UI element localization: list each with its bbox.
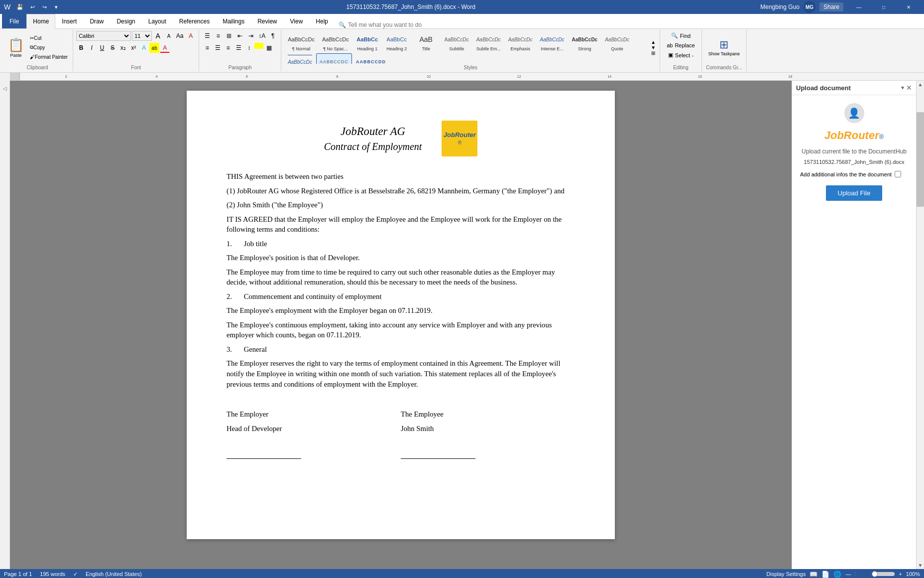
line-spacing-button[interactable]: ↕ (244, 43, 254, 53)
multilevel-list-button[interactable]: ⊞ (224, 31, 234, 41)
zoom-decrease[interactable]: — (845, 571, 851, 577)
zoom-slider-thumb[interactable] (872, 571, 878, 577)
style-subtle-em[interactable]: AaBbCcDc Subtle Em... (473, 31, 504, 53)
web-layout-icon[interactable]: 🌐 (833, 571, 841, 578)
bullets-button[interactable]: ☰ (202, 31, 212, 41)
style-quote[interactable]: AaBbCcDc Quote (601, 31, 633, 53)
tab-layout[interactable]: Layout (142, 13, 173, 28)
style-title[interactable]: AaB Title (412, 31, 441, 53)
format-painter-button[interactable]: 🖌 Format Painter (28, 52, 70, 61)
language[interactable]: English (United States) (86, 571, 142, 578)
subscript-button[interactable]: x₂ (118, 43, 128, 53)
paste-button[interactable]: 📋 Paste (5, 33, 27, 61)
document-area[interactable]: JobRouter AG Contract of Employment JobR… (10, 81, 792, 569)
tab-design[interactable]: Design (110, 13, 141, 28)
align-center-button[interactable]: ☰ (213, 43, 223, 53)
zoom-level[interactable]: 100% (906, 571, 920, 577)
scroll-thumb[interactable] (917, 112, 924, 207)
customize-quick-access[interactable]: ▾ (51, 2, 61, 12)
font-size-select[interactable]: 11 (132, 31, 152, 41)
style-label-subtle-em: Subtle Em... (476, 46, 501, 51)
style-label-heading2: Heading 2 (386, 46, 407, 51)
close-button[interactable]: ✕ (897, 0, 920, 14)
tab-review[interactable]: Review (251, 13, 283, 28)
style-subtle-ref[interactable]: AaBbCcDc Subtle Ref... (316, 53, 352, 64)
print-layout-icon[interactable]: 📄 (821, 571, 829, 578)
vertical-scrollbar[interactable]: ▲ ▼ (916, 81, 924, 569)
quick-access-toolbar[interactable]: W 💾 ↩ ↪ ▾ (4, 2, 61, 12)
scroll-down-arrow[interactable]: ▼ (918, 563, 923, 568)
style-heading2[interactable]: AaBbCc Heading 2 (382, 31, 411, 53)
panel-expand-icon[interactable]: ▾ (901, 84, 904, 91)
tab-home[interactable]: Home (26, 14, 55, 29)
zoom-increase[interactable]: + (899, 571, 902, 577)
save-button[interactable]: 💾 (14, 2, 25, 12)
strikethrough-button[interactable]: S (108, 43, 117, 53)
scroll-track[interactable] (917, 88, 924, 562)
show-taskpane-button[interactable]: ⊞ Show Taskpane (705, 37, 743, 58)
style-strong[interactable]: AaBbCcDc Strong (568, 31, 601, 53)
text-effect-button[interactable]: A (139, 43, 149, 53)
italic-button[interactable]: I (87, 43, 97, 53)
maximize-button[interactable]: □ (872, 0, 895, 14)
font-name-select[interactable]: Calibri (76, 31, 131, 41)
panel-close-button[interactable]: ✕ (906, 84, 912, 92)
collapse-left-icon[interactable]: ◁ (3, 86, 7, 91)
change-case-button[interactable]: Aa (175, 31, 185, 41)
search-input[interactable] (348, 21, 448, 28)
copy-button[interactable]: ⧉ Copy (28, 43, 70, 52)
redo-button[interactable]: ↪ (39, 2, 49, 12)
bold-button[interactable]: B (76, 43, 86, 53)
tab-view[interactable]: View (284, 13, 310, 28)
tab-draw[interactable]: Draw (83, 13, 110, 28)
minimize-button[interactable]: — (847, 0, 870, 14)
tab-insert[interactable]: Insert (55, 13, 83, 28)
style-subtitle[interactable]: AaBbCcDc Subtitle (441, 31, 472, 53)
underline-button[interactable]: U (97, 43, 107, 53)
scroll-up-arrow[interactable]: ▲ (918, 82, 923, 87)
styles-expand[interactable]: ⊞ (650, 50, 657, 56)
grow-font-button[interactable]: A (153, 31, 163, 41)
increase-indent-button[interactable]: ⇥ (246, 31, 256, 41)
style-intense-ref[interactable]: AABBCCDD Intense Re... (352, 53, 389, 64)
decrease-indent-button[interactable]: ⇤ (235, 31, 245, 41)
additional-info-checkbox[interactable] (895, 171, 901, 177)
styles-scroll-up[interactable]: ▲ (650, 39, 657, 45)
cut-button[interactable]: ✂ Cut (28, 33, 70, 42)
share-button[interactable]: Share (819, 2, 843, 11)
styles-scroll-down[interactable]: ▼ (650, 45, 657, 50)
shrink-font-button[interactable]: A (164, 31, 174, 41)
superscript-button[interactable]: x² (128, 43, 138, 53)
read-mode-icon[interactable]: 📖 (809, 571, 817, 578)
upload-file-button[interactable]: Upload File (826, 185, 883, 201)
find-button[interactable]: 🔍 Find (668, 31, 694, 40)
clear-format-button[interactable]: A (186, 31, 196, 41)
style-heading1[interactable]: AaBbCc Heading 1 (353, 31, 382, 53)
show-formatting-button[interactable]: ¶ (268, 31, 278, 41)
replace-button[interactable]: ab Replace (663, 41, 698, 50)
style-emphasis[interactable]: AaBbCcDc Emphasis (505, 31, 536, 53)
text-highlight-button[interactable]: ab (149, 43, 159, 53)
shading-button[interactable] (254, 43, 263, 49)
undo-button[interactable]: ↩ (27, 2, 37, 12)
sort-button[interactable]: ↕A (257, 31, 267, 41)
font-color-button[interactable]: A (160, 43, 170, 53)
tab-mailings[interactable]: Mailings (216, 13, 251, 28)
tab-help[interactable]: Help (309, 13, 335, 28)
style-no-spacing[interactable]: AaBbCcDc ¶ No Spac... (319, 31, 352, 53)
style-normal[interactable]: AaBbCcDc ¶ Normal (284, 31, 318, 53)
tab-references[interactable]: References (173, 13, 216, 28)
display-settings[interactable]: Display Settings (767, 571, 806, 577)
numbering-button[interactable]: ≡ (213, 31, 223, 41)
borders-button[interactable]: ▦ (264, 43, 274, 53)
zoom-slider[interactable] (855, 572, 895, 576)
spelling-check-icon[interactable]: ✓ (73, 571, 78, 578)
window-controls[interactable]: — □ ✕ (847, 0, 920, 14)
align-left-button[interactable]: ≡ (202, 43, 212, 53)
align-right-button[interactable]: ≡ (223, 43, 233, 53)
select-button[interactable]: ▣ Select - (665, 50, 697, 60)
justify-button[interactable]: ☰ (233, 43, 243, 53)
tab-file[interactable]: File (2, 13, 26, 28)
style-intense-q[interactable]: AaBbCcDc Intense Q... (284, 53, 316, 64)
style-intense-em[interactable]: AaBbCcDc Intense E... (537, 31, 568, 53)
